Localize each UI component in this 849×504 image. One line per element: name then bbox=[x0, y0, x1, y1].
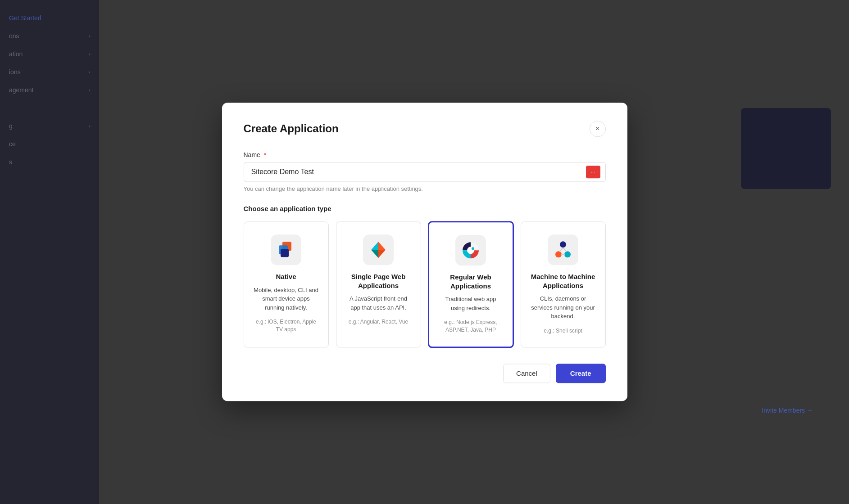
native-icon bbox=[276, 240, 296, 260]
close-icon: × bbox=[595, 125, 599, 133]
svg-point-12 bbox=[555, 251, 562, 257]
modal-title: Create Application bbox=[244, 122, 339, 135]
chevron-right-icon: › bbox=[89, 88, 90, 93]
m2m-icon-wrapper bbox=[548, 234, 578, 265]
sidebar-item-ce[interactable]: ce bbox=[0, 135, 99, 153]
create-application-modal: Create Application × Name * ··· You can … bbox=[222, 103, 627, 401]
sidebar-item-ions[interactable]: ions › bbox=[0, 63, 99, 81]
svg-point-11 bbox=[560, 241, 566, 248]
dots-icon: ··· bbox=[590, 169, 595, 175]
app-type-m2m[interactable]: Machine to Machine Applications CLIs, da… bbox=[521, 221, 606, 347]
sidebar-item-s[interactable]: s bbox=[0, 153, 99, 171]
svg-rect-2 bbox=[281, 249, 289, 257]
app-type-native[interactable]: Native Mobile, desktop, CLI and smart de… bbox=[244, 221, 329, 347]
rwa-type-name: Regular Web Applications bbox=[438, 273, 504, 290]
chevron-right-icon: › bbox=[89, 124, 90, 129]
required-indicator: * bbox=[264, 151, 266, 158]
spa-type-desc: A JavaScript front-end app that uses an … bbox=[345, 294, 412, 312]
native-type-desc: Mobile, desktop, CLI and smart device ap… bbox=[253, 286, 319, 312]
app-type-section-label: Choose an application type bbox=[244, 205, 606, 212]
sidebar-item-get-started[interactable]: Get Started bbox=[0, 9, 99, 27]
spa-icon bbox=[368, 240, 388, 260]
app-type-section: Choose an application type bbox=[244, 205, 606, 347]
svg-line-14 bbox=[559, 248, 563, 252]
modal-header: Create Application × bbox=[244, 121, 606, 137]
native-icon-wrapper bbox=[271, 234, 301, 265]
m2m-type-name: Machine to Machine Applications bbox=[530, 272, 596, 290]
native-type-example: e.g.: iOS, Electron, Apple TV apps bbox=[253, 318, 319, 333]
m2m-icon bbox=[553, 240, 573, 260]
rwa-icon bbox=[461, 240, 481, 260]
sidebar-item-ation[interactable]: ation › bbox=[0, 45, 99, 63]
sidebar-item-g[interactable]: g › bbox=[0, 117, 99, 135]
svg-point-13 bbox=[564, 251, 571, 257]
name-field-group: Name * ··· You can change the applicatio… bbox=[244, 151, 606, 192]
chevron-right-icon: › bbox=[89, 70, 90, 75]
create-button[interactable]: Create bbox=[556, 364, 606, 383]
modal-footer: Cancel Create bbox=[244, 364, 606, 383]
native-type-name: Native bbox=[253, 272, 319, 281]
name-input-action-button[interactable]: ··· bbox=[586, 166, 600, 178]
sidebar-item-ons[interactable]: ons › bbox=[0, 27, 99, 45]
m2m-type-example: e.g.: Shell script bbox=[530, 327, 596, 335]
name-input[interactable] bbox=[244, 162, 606, 182]
name-label: Name * bbox=[244, 151, 606, 158]
spa-icon-wrapper bbox=[363, 234, 394, 265]
app-types-grid: Native Mobile, desktop, CLI and smart de… bbox=[244, 221, 606, 347]
cancel-button[interactable]: Cancel bbox=[503, 364, 550, 383]
svg-marker-6 bbox=[378, 242, 386, 250]
svg-marker-4 bbox=[371, 242, 378, 250]
app-type-spa[interactable]: Single Page Web Applications A JavaScrip… bbox=[336, 221, 421, 347]
svg-point-10 bbox=[472, 247, 474, 250]
sidebar: Get Started ons › ation › ions › agement… bbox=[0, 0, 99, 504]
app-type-rwa[interactable]: Regular Web Applications Traditional web… bbox=[428, 221, 513, 347]
svg-marker-7 bbox=[378, 250, 386, 258]
rwa-type-desc: Traditional web app using redirects. bbox=[438, 295, 504, 312]
spa-type-example: e.g.: Angular, React, Vue bbox=[345, 318, 412, 326]
chevron-right-icon: › bbox=[89, 52, 90, 57]
invite-members-link[interactable]: Invite Members → bbox=[762, 407, 813, 414]
svg-line-15 bbox=[563, 248, 567, 252]
rwa-icon-wrapper bbox=[455, 235, 486, 266]
m2m-type-desc: CLIs, daemons or services running on you… bbox=[530, 294, 596, 321]
svg-marker-5 bbox=[371, 250, 378, 258]
sidebar-item-agement[interactable]: agement › bbox=[0, 81, 99, 99]
spa-type-name: Single Page Web Applications bbox=[345, 272, 412, 290]
rwa-type-example: e.g.: Node.js Express, ASP.NET, Java, PH… bbox=[438, 319, 504, 334]
right-panel-card bbox=[741, 108, 831, 189]
chevron-right-icon: › bbox=[89, 34, 90, 39]
modal-overlay: Create Application × Name * ··· You can … bbox=[222, 103, 627, 401]
close-button[interactable]: × bbox=[590, 121, 606, 137]
name-input-wrapper: ··· bbox=[244, 162, 606, 182]
name-hint-text: You can change the application name late… bbox=[244, 185, 606, 192]
